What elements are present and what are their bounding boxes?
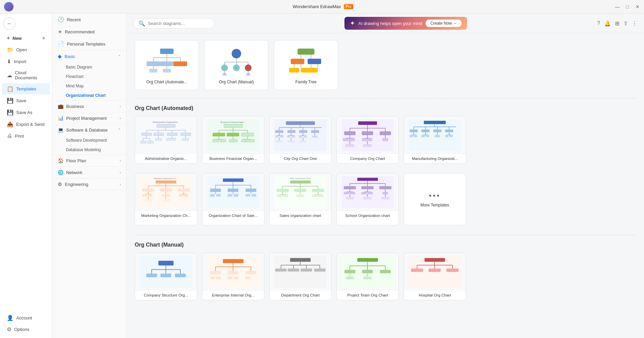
nav-category-network[interactable]: 🌐 Network › [52, 167, 126, 178]
sidebar-item-cloud[interactable]: ☁ Cloud Documents [2, 68, 50, 83]
export-icon: 📤 [7, 121, 14, 128]
nav-recommended[interactable]: ★ Recommended [52, 26, 126, 38]
sidebar-item-export[interactable]: 📤 Export & Send [2, 119, 50, 130]
nav-category-basic[interactable]: ◆ Basic ⌃ [52, 50, 126, 62]
ai-banner[interactable]: ✦ AI drawing helps open your mind Create… [344, 17, 467, 30]
sidebar-item-open[interactable]: 📁 Open [2, 44, 50, 55]
template-card-more-templates[interactable]: ••• More Templates [404, 173, 466, 225]
nav-sub-basic-diagram[interactable]: Basic Diagram [52, 62, 126, 72]
nav-category-project-mgmt[interactable]: 📊 Project Management › [52, 112, 126, 124]
import-label: Import [14, 59, 26, 64]
template-img-city-org [269, 116, 331, 153]
template-label-manual-1: Company Structure Org... [135, 290, 197, 300]
template-img-school-org [337, 173, 398, 210]
nav-sub-db-modeling[interactable]: Database Modeling [52, 145, 126, 154]
template-img-manual-3 [269, 253, 331, 290]
nav-category-floor-plan[interactable]: 🏠 Floor Plan › [52, 155, 126, 166]
svg-rect-226 [283, 195, 288, 197]
sidebar-item-templates[interactable]: 📋 Templates [2, 83, 50, 94]
svg-rect-295 [314, 269, 326, 272]
nav-sub-flowchart[interactable]: Flowchart [52, 72, 126, 81]
svg-rect-151 [421, 130, 430, 132]
maximize-button[interactable]: □ [625, 4, 630, 9]
org-manual-grid: Company Structure Org... [135, 253, 636, 300]
svg-rect-194 [223, 178, 243, 182]
featured-label-org-manual: Org Chart (Manual) [210, 80, 263, 84]
cloud-label: Cloud Documents [15, 70, 45, 80]
svg-rect-187 [178, 194, 183, 197]
nav-sub-software-dev[interactable]: Software Development [52, 136, 126, 145]
new-icon: + [7, 35, 10, 41]
svg-rect-293 [288, 269, 299, 272]
template-card-biz-fin-org[interactable]: Business Financial Organ... [202, 116, 264, 164]
save-label: Save [16, 98, 26, 103]
template-img-manual-2 [202, 253, 264, 290]
create-now-button[interactable]: Create Now → [426, 20, 462, 27]
template-card-manual-3[interactable]: Department Org Chart [269, 253, 332, 300]
more-icon[interactable]: ⋮ [632, 20, 637, 27]
sidebar-item-save[interactable]: 💾 Save [2, 95, 50, 106]
svg-rect-282 [234, 277, 238, 279]
svg-rect-317 [411, 269, 423, 272]
sidebar-item-options[interactable]: ⚙ Options [2, 324, 50, 335]
help-icon[interactable]: ? [597, 20, 600, 26]
back-button[interactable]: ← [3, 18, 16, 30]
template-card-sales-org[interactable]: Sales Organisation Chart [269, 173, 332, 225]
svg-rect-30 [308, 59, 321, 64]
nav-category-business[interactable]: 💼 Business › [52, 101, 126, 112]
template-label-manual-2: Enterprise Internal Org... [202, 290, 264, 300]
search-input[interactable] [148, 21, 209, 26]
svg-rect-37 [308, 68, 318, 73]
template-card-org-sales[interactable]: Organization Chart of Sale... [202, 173, 264, 225]
svg-rect-167 [449, 135, 453, 137]
nav-sub-mind-map[interactable]: Mind Map [52, 81, 126, 91]
template-card-admin-org[interactable]: Administrative Organization... [135, 116, 197, 164]
sidebar-item-new[interactable]: + New + [2, 33, 50, 44]
nav-category-engineering[interactable]: ⚙ Engineering › [52, 178, 126, 190]
svg-rect-203 [210, 194, 215, 197]
featured-card-family-tree[interactable]: Family Tree [274, 40, 338, 90]
nav-personal-templates[interactable]: 📄 Personal Templates [52, 38, 126, 50]
svg-rect-303 [344, 270, 355, 273]
close-button[interactable]: ✕ [635, 4, 640, 9]
svg-rect-221 [294, 189, 306, 192]
svg-point-23 [223, 73, 227, 76]
template-card-school-org[interactable]: School Organization chart [336, 173, 399, 225]
grid-icon[interactable]: ⊞ [615, 20, 619, 27]
template-label-company-org: Company Org Chart [337, 153, 398, 163]
featured-card-org-auto[interactable]: Org Chart (Automate... [135, 40, 199, 90]
sidebar-item-print[interactable]: 🖨 Print [2, 131, 50, 141]
sidebar-item-save-as[interactable]: 💾 Save As [2, 107, 50, 118]
featured-card-org-manual[interactable]: Org Chart (Manual) [204, 40, 268, 90]
template-card-manual-2[interactable]: Enterprise Internal Org... [202, 253, 264, 300]
search-box[interactable]: 🔍 [133, 18, 214, 29]
network-chevron: › [120, 170, 121, 174]
notification-icon[interactable]: 🔔 [604, 20, 611, 27]
template-card-mkt-org[interactable]: Marketing Organization Ch... [135, 173, 197, 225]
minimize-button[interactable]: — [615, 4, 620, 9]
nav-sub-org-chart[interactable]: Organizational Chart [52, 91, 126, 100]
more-templates-label: More Templates [420, 203, 449, 207]
template-card-manual-5[interactable]: Hospital Org Chart [404, 253, 466, 300]
nav-category-software-db[interactable]: 💻 Software & Database ⌃ [52, 124, 126, 136]
cloud-icon: ☁ [7, 72, 12, 79]
svg-rect-161 [426, 135, 429, 137]
engineering-chevron: › [120, 182, 121, 186]
template-card-company-org[interactable]: Company Org Chart [336, 116, 399, 164]
template-label-city-org: City Org Chart One [269, 153, 331, 163]
share-icon[interactable]: ⇧ [623, 20, 628, 27]
svg-rect-309 [363, 277, 371, 279]
template-card-city-org[interactable]: City Org Chart One [269, 116, 332, 164]
sidebar-item-account[interactable]: 👤 Account [2, 312, 50, 323]
topbar: 🔍 ✦ AI drawing helps open your mind Crea… [127, 13, 644, 33]
network-label: Network [66, 170, 82, 175]
open-label: Open [16, 47, 27, 52]
template-card-mfg-org[interactable]: Manufacturing Organizat... [404, 116, 466, 164]
svg-rect-206 [234, 194, 238, 197]
template-card-manual-4[interactable]: Project Team Org Chart [336, 253, 399, 300]
svg-rect-101 [280, 136, 283, 138]
sidebar-item-import[interactable]: ⬇ Import [2, 56, 50, 67]
svg-rect-40 [157, 124, 175, 128]
template-card-manual-1[interactable]: Company Structure Org... [135, 253, 197, 300]
nav-recent[interactable]: 🕐 Recent [52, 13, 126, 26]
